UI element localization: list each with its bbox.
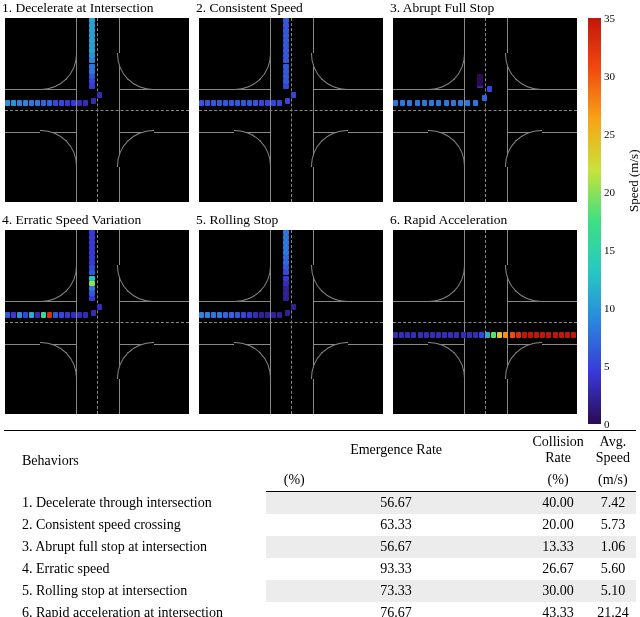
trajectory-segment — [534, 332, 539, 338]
trajectory-segment — [393, 332, 398, 338]
trajectory-segment — [393, 100, 398, 106]
trajectory-segment — [35, 100, 40, 106]
panel-title: 6. Rapid Acceleration — [390, 212, 507, 228]
trajectory-segment — [405, 332, 410, 338]
trajectory-segment — [283, 235, 289, 240]
cell-speed: 5.60 — [590, 558, 636, 580]
trajectory-segment — [277, 100, 282, 106]
trajectory-segment — [47, 312, 52, 318]
trajectory-segment — [241, 100, 246, 106]
trajectory-segment — [89, 270, 95, 275]
trajectory-segment — [97, 92, 102, 98]
cell-emergence: 56.67 — [266, 536, 527, 558]
trajectory-segment — [283, 255, 289, 260]
trajectory-segment — [283, 245, 289, 250]
trajectory-segment — [205, 100, 210, 106]
trajectory-segment — [205, 312, 210, 318]
trajectory-segment — [53, 312, 58, 318]
trajectory-segment — [283, 286, 289, 291]
panel-4: 4. Erratic Speed Variation — [0, 212, 194, 424]
colorbar-label: Speed (m/s) — [626, 150, 640, 212]
cell-collision: 20.00 — [526, 514, 589, 536]
trajectory-segment — [283, 28, 289, 33]
panel-title: 4. Erratic Speed Variation — [2, 212, 141, 228]
trajectory-segment — [283, 296, 289, 301]
trajectory-segment — [265, 312, 270, 318]
colorbar-tick: 15 — [604, 244, 615, 256]
trajectory-segment — [77, 312, 82, 318]
colorbar-tick: 0 — [604, 418, 610, 430]
trajectory-segment — [11, 100, 16, 106]
trajectory-segment — [482, 95, 487, 101]
colorbar-tick: 25 — [604, 128, 615, 140]
trajectory-segment — [235, 312, 240, 318]
trajectory-segment — [458, 100, 463, 106]
col-avgspeed: Avg. Speed — [590, 431, 636, 470]
trajectory-segment — [89, 69, 95, 74]
trajectory-segment — [71, 100, 76, 106]
trajectory-segment — [65, 100, 70, 106]
trajectory-segment — [265, 100, 270, 106]
trajectory-segment — [283, 281, 289, 286]
trajectory-segment — [283, 69, 289, 74]
cell-behavior: 3. Abrupt full stop at intersection — [4, 536, 266, 558]
trajectory-segment — [89, 53, 95, 58]
trajectory-segment — [283, 260, 289, 265]
trajectory-segment — [283, 74, 289, 79]
cell-collision: 26.67 — [526, 558, 589, 580]
trajectory-segment — [217, 100, 222, 106]
trajectory-segment — [291, 304, 296, 310]
trajectory-segment — [247, 312, 252, 318]
panel-title: 3. Abrupt Full Stop — [390, 0, 494, 16]
trajectory-segment — [89, 255, 95, 260]
trajectory-segment — [89, 48, 95, 53]
trajectory-segment — [23, 100, 28, 106]
trajectory-segment — [89, 296, 95, 301]
trajectory-segment — [283, 23, 289, 28]
trajectory-segment — [211, 312, 216, 318]
trajectory-segment — [283, 270, 289, 275]
cell-speed: 7.42 — [590, 492, 636, 515]
col-avgspeed-unit: (m/s) — [590, 469, 636, 492]
trajectory-segment — [89, 28, 95, 33]
panel-6: 6. Rapid Acceleration — [388, 212, 582, 424]
trajectory-segment — [271, 100, 276, 106]
intersection-plot — [5, 18, 189, 202]
cell-collision: 40.00 — [526, 492, 589, 515]
trajectory-segment — [479, 332, 484, 338]
cell-collision: 30.00 — [526, 580, 589, 602]
trajectory-segment — [510, 332, 515, 338]
cell-behavior: 5. Rolling stop at intersection — [4, 580, 266, 602]
trajectory-segment — [448, 332, 453, 338]
colorbar-tick: 10 — [604, 302, 615, 314]
cell-behavior: 1. Decelerate through intersection — [4, 492, 266, 515]
trajectory-segment — [89, 23, 95, 28]
trajectory-segment — [283, 291, 289, 296]
trajectory-segment — [89, 64, 95, 69]
trajectory-segment — [47, 100, 52, 106]
trajectory-segment — [23, 312, 28, 318]
trajectory-segment — [29, 100, 34, 106]
trajectory-segment — [199, 312, 204, 318]
trajectory-segment — [77, 100, 82, 106]
trajectory-segment — [247, 100, 252, 106]
trajectory-segment — [283, 18, 289, 23]
panel-5: 5. Rolling Stop — [194, 212, 388, 424]
trajectory-segment — [283, 48, 289, 53]
trajectory-segment — [259, 100, 264, 106]
panel-title: 1. Decelerate at Intersection — [2, 0, 153, 16]
trajectory-segment — [253, 100, 258, 106]
cell-emergence: 63.33 — [266, 514, 527, 536]
table-row: 3. Abrupt full stop at intersection56.67… — [4, 536, 636, 558]
trajectory-segment — [53, 100, 58, 106]
trajectory-segment — [283, 53, 289, 58]
cell-speed: 21.24 — [590, 602, 636, 617]
trajectory-segment — [285, 98, 290, 104]
trajectory-segment — [89, 58, 95, 63]
trajectory-segment — [11, 312, 16, 318]
panel-2: 2. Consistent Speed — [194, 0, 388, 212]
trajectory-segment — [283, 38, 289, 43]
trajectory-segment — [71, 312, 76, 318]
panel-1: 1. Decelerate at Intersection — [0, 0, 194, 212]
table-row: 4. Erratic speed93.3326.675.60 — [4, 558, 636, 580]
